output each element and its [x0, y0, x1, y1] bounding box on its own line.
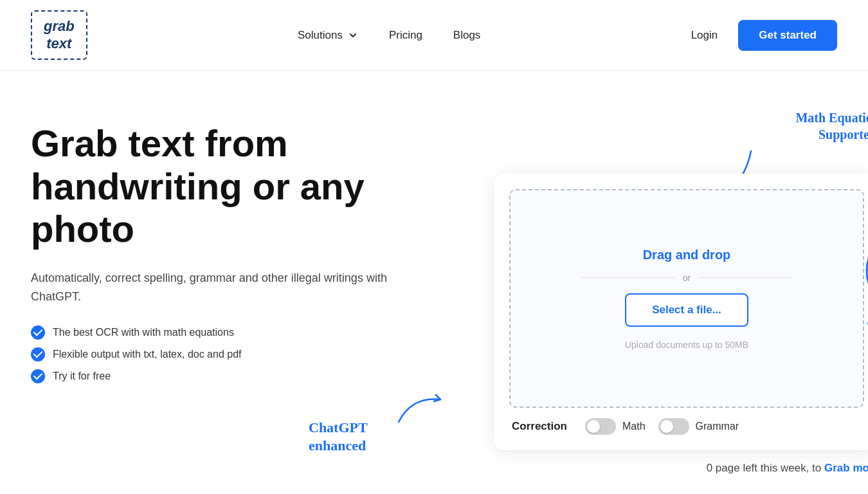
- page-count-text: 0 page left this week, to: [707, 462, 824, 474]
- feature-text-2: Flexible output with txt, latex, doc and…: [53, 349, 242, 360]
- chevron-down-icon: [348, 30, 358, 41]
- nav-solutions[interactable]: Solutions: [298, 29, 358, 42]
- hero-right: Math Equation Supported. Drag and drop o…: [494, 109, 868, 475]
- math-toggle-label: Math: [622, 421, 646, 432]
- or-line-right: [698, 277, 792, 278]
- page-count: 0 page left this week, to Grab more: [707, 462, 868, 475]
- math-toggle-group: Math: [585, 418, 646, 435]
- math-toggle[interactable]: [585, 418, 616, 435]
- logo-grab: grab: [44, 18, 75, 35]
- feature-item-1: The best OCR with with math equations: [31, 325, 468, 340]
- main-nav: Solutions Pricing Blogs: [298, 29, 480, 42]
- feature-text-3: Try it for free: [53, 370, 111, 382]
- feature-text-1: The best OCR with with math equations: [53, 327, 234, 338]
- nav-right: Login Get started: [691, 20, 837, 51]
- grammar-toggle-label: Grammar: [696, 421, 739, 432]
- feature-item-3: Try it for free: [31, 369, 468, 383]
- hero-section: Grab text from handwriting or any photo …: [0, 71, 868, 494]
- check-icon-3: [31, 369, 45, 383]
- chatgpt-annotation: ChatGPT enhanced: [309, 419, 368, 455]
- check-icon-1: [31, 325, 45, 340]
- logo-text: text: [46, 35, 71, 52]
- login-button[interactable]: Login: [691, 29, 718, 42]
- hero-left: Grab text from handwriting or any photo …: [31, 109, 468, 383]
- correction-label: Correction: [512, 420, 567, 433]
- or-divider: or: [581, 273, 793, 283]
- math-annotation: Math Equation Supported.: [795, 109, 868, 143]
- drag-drop-label: Drag and drop: [643, 248, 731, 262]
- drop-zone[interactable]: Drag and drop or Select a file... Upload…: [509, 189, 864, 408]
- upload-hint: Upload documents up to 50MB: [625, 340, 748, 350]
- check-icon-2: [31, 347, 45, 361]
- select-file-button[interactable]: Select a file...: [625, 293, 748, 327]
- or-line-left: [581, 277, 675, 278]
- chatgpt-arrow-icon: [392, 390, 450, 431]
- or-text: or: [683, 273, 691, 283]
- correction-row: Correction Math Grammar: [494, 418, 868, 435]
- nav-pricing[interactable]: Pricing: [389, 29, 422, 42]
- grammar-toggle-group: Grammar: [658, 418, 739, 435]
- logo[interactable]: grab text: [31, 10, 87, 60]
- grab-more-link[interactable]: Grab more: [824, 462, 868, 474]
- hero-title: Grab text from handwriting or any photo: [31, 122, 468, 251]
- get-started-button[interactable]: Get started: [738, 20, 837, 51]
- upload-card: Drag and drop or Select a file... Upload…: [494, 174, 868, 450]
- hero-subtitle: Automatically, correct spelling, grammar…: [31, 269, 404, 306]
- feature-list: The best OCR with with math equations Fl…: [31, 325, 468, 383]
- nav-blogs[interactable]: Blogs: [453, 29, 481, 42]
- grammar-toggle[interactable]: [658, 418, 689, 435]
- feature-item-2: Flexible output with txt, latex, doc and…: [31, 347, 468, 361]
